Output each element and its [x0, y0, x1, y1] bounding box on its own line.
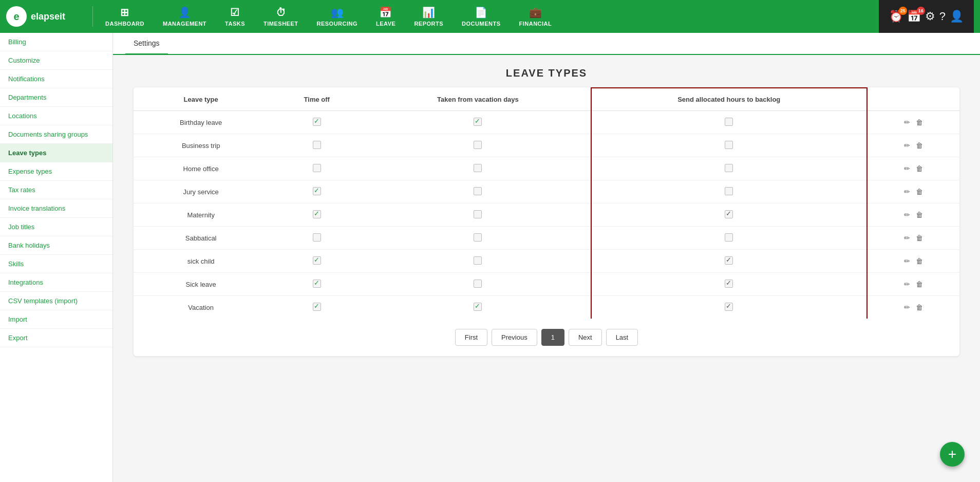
sidebar-item-customize[interactable]: Customize: [0, 51, 112, 70]
time-off-checkbox[interactable]: [313, 256, 321, 265]
vacation-checkbox[interactable]: [474, 303, 482, 311]
allocated-checkbox[interactable]: [725, 141, 733, 149]
allocated-checkbox[interactable]: [725, 210, 733, 218]
sidebar-item-documents-sharing[interactable]: Documents sharing groups: [0, 125, 112, 144]
nav-resourcing[interactable]: 👥 RESOURCING: [308, 2, 366, 31]
alerts-button[interactable]: ⏰ 25: [889, 10, 903, 23]
first-page-button[interactable]: First: [455, 329, 487, 346]
time-off-checkbox[interactable]: [313, 164, 321, 172]
delete-button[interactable]: 🗑: [914, 163, 925, 174]
time-off-checkbox[interactable]: [313, 280, 321, 288]
next-page-button[interactable]: Next: [569, 329, 602, 346]
vacation-checkbox[interactable]: [474, 118, 482, 126]
edit-button[interactable]: ✏: [902, 117, 912, 127]
col-header-leave-type: Leave type: [134, 88, 268, 111]
allocated-checkbox[interactable]: [725, 118, 733, 126]
vacation-cell: [365, 134, 591, 157]
nav-reports[interactable]: 📊 REPORTS: [406, 2, 451, 31]
nav-tasks[interactable]: ☑ TASKS: [217, 2, 253, 31]
delete-button[interactable]: 🗑: [914, 233, 925, 243]
nav-timesheet[interactable]: ⏱ TIMESHEET: [255, 3, 306, 31]
current-page-button[interactable]: 1: [541, 329, 564, 346]
time-off-cell: [268, 157, 365, 180]
edit-button[interactable]: ✏: [902, 279, 912, 289]
vacation-checkbox[interactable]: [474, 141, 482, 149]
allocated-checkbox[interactable]: [725, 164, 733, 172]
time-off-checkbox[interactable]: [313, 210, 321, 218]
vacation-checkbox[interactable]: [474, 210, 482, 218]
time-off-checkbox[interactable]: [313, 303, 321, 311]
sidebar-item-job-titles[interactable]: Job titles: [0, 218, 112, 236]
edit-button[interactable]: ✏: [902, 163, 912, 174]
sidebar-item-export[interactable]: Export: [0, 329, 112, 347]
nav-leave[interactable]: 📅 LEAVE: [368, 2, 404, 31]
sidebar-item-csv-templates[interactable]: CSV templates (import): [0, 292, 112, 310]
vacation-checkbox[interactable]: [474, 233, 482, 242]
nav-dashboard[interactable]: ⊞ DASHBOARD: [97, 2, 153, 31]
delete-button[interactable]: 🗑: [914, 140, 925, 151]
vacation-checkbox[interactable]: [474, 164, 482, 172]
app-logo[interactable]: e elapseit: [6, 6, 88, 27]
allocated-checkbox[interactable]: [725, 187, 733, 195]
time-off-checkbox[interactable]: [313, 118, 321, 126]
time-off-checkbox[interactable]: [313, 141, 321, 149]
dashboard-icon: ⊞: [120, 6, 129, 18]
allocated-checkbox[interactable]: [725, 256, 733, 265]
delete-button[interactable]: 🗑: [914, 117, 925, 127]
delete-button[interactable]: 🗑: [914, 279, 925, 289]
sidebar-item-integrations[interactable]: Integrations: [0, 273, 112, 292]
edit-button[interactable]: ✏: [902, 210, 912, 220]
tab-settings[interactable]: Settings: [125, 33, 168, 55]
time-off-cell: [268, 111, 365, 134]
allocated-cell: [591, 203, 867, 227]
allocated-checkbox[interactable]: [725, 303, 733, 311]
edit-button[interactable]: ✏: [902, 187, 912, 197]
add-leave-type-button[interactable]: +: [940, 442, 965, 467]
vacation-cell: [365, 157, 591, 180]
edit-button[interactable]: ✏: [902, 256, 912, 266]
delete-button[interactable]: 🗑: [914, 256, 925, 266]
sidebar-item-billing[interactable]: Billing: [0, 33, 112, 51]
user-avatar[interactable]: 👤: [950, 10, 964, 23]
sidebar-item-skills[interactable]: Skills: [0, 255, 112, 273]
leave-type-name: Home office: [134, 157, 268, 180]
sidebar-item-expense-types[interactable]: Expense types: [0, 162, 112, 181]
leave-type-name: Vacation: [134, 296, 268, 319]
delete-button[interactable]: 🗑: [914, 210, 925, 220]
leave-type-name: Jury service: [134, 180, 268, 203]
nav-financial[interactable]: 💼 FINANCIAL: [511, 2, 560, 31]
previous-page-button[interactable]: Previous: [492, 329, 537, 346]
allocated-checkbox[interactable]: [725, 280, 733, 288]
edit-button[interactable]: ✏: [902, 302, 912, 312]
calendar-button[interactable]: 📅 16: [907, 10, 921, 23]
vacation-checkbox[interactable]: [474, 187, 482, 195]
plus-icon: +: [948, 446, 956, 462]
sidebar-item-departments[interactable]: Departments: [0, 88, 112, 107]
time-off-checkbox[interactable]: [313, 233, 321, 242]
sidebar-item-tax-rates[interactable]: Tax rates: [0, 181, 112, 199]
edit-button[interactable]: ✏: [902, 140, 912, 151]
sidebar-item-leave-types[interactable]: Leave types: [0, 144, 112, 162]
allocated-cell: [591, 157, 867, 180]
sidebar-item-notifications[interactable]: Notifications: [0, 70, 112, 88]
allocated-cell: [591, 180, 867, 203]
logo-icon: e: [6, 6, 27, 27]
nav-documents[interactable]: 📄 DOCUMENTS: [454, 2, 508, 31]
sidebar-item-locations[interactable]: Locations: [0, 107, 112, 125]
col-header-taken-from-vacation: Taken from vacation days: [365, 88, 591, 111]
vacation-checkbox[interactable]: [474, 256, 482, 265]
delete-button[interactable]: 🗑: [914, 187, 925, 197]
sidebar-item-bank-holidays[interactable]: Bank holidays: [0, 236, 112, 255]
leave-type-name: sick child: [134, 250, 268, 273]
nav-management[interactable]: 👤 MANAGEMENT: [155, 2, 215, 31]
last-page-button[interactable]: Last: [606, 329, 638, 346]
time-off-checkbox[interactable]: [313, 187, 321, 195]
allocated-checkbox[interactable]: [725, 233, 733, 242]
help-button[interactable]: ?: [939, 10, 946, 23]
sidebar-item-invoice-translations[interactable]: Invoice translations: [0, 199, 112, 218]
settings-button[interactable]: ⚙: [925, 10, 935, 23]
edit-button[interactable]: ✏: [902, 233, 912, 243]
delete-button[interactable]: 🗑: [914, 302, 925, 312]
vacation-checkbox[interactable]: [474, 280, 482, 288]
sidebar-item-import[interactable]: Import: [0, 310, 112, 329]
